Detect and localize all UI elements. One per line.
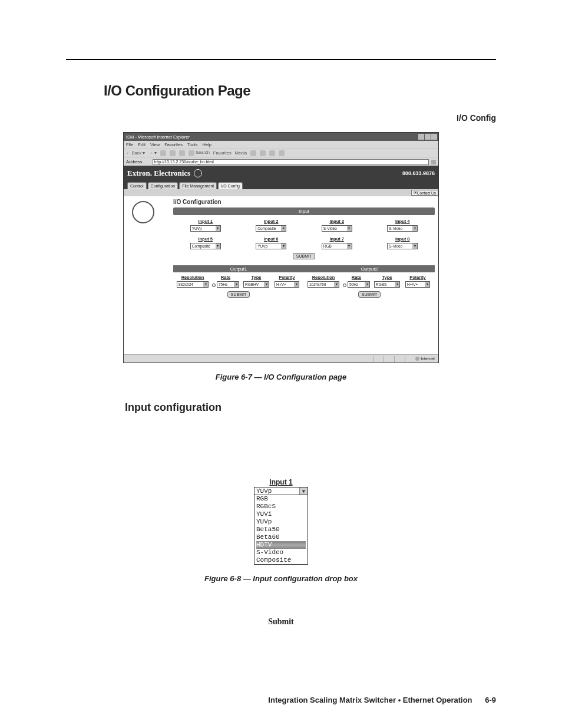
input-label: Input 3 <box>309 219 365 224</box>
home-icon[interactable] <box>179 150 185 156</box>
menu-item[interactable]: Help <box>203 142 211 147</box>
input-select[interactable]: Composite▾ <box>256 225 286 232</box>
input1-select[interactable]: YUVp ▼ <box>254 487 308 495</box>
input-cell: Input 5Composite▾ <box>178 236 233 249</box>
submit-out2-button[interactable]: SUBMIT <box>358 291 381 298</box>
polarity-label: Polarity <box>404 275 431 280</box>
figure-6-7-caption: Figure 6-7 — I/O Configuration page <box>66 373 496 381</box>
dropdown-option[interactable]: HDTV <box>256 541 306 549</box>
dropdown-option[interactable]: Beta60 <box>256 533 306 541</box>
select-value: YUVp <box>256 487 272 495</box>
input-label: Input 5 <box>178 236 233 242</box>
tab-file-management[interactable]: File Management <box>179 182 217 189</box>
dropdown-option[interactable]: RGBcS <box>256 503 306 510</box>
favorites-button[interactable]: Favorites <box>213 150 232 156</box>
mail-icon[interactable] <box>260 150 266 156</box>
menu-item[interactable]: View <box>150 142 160 147</box>
close-icon[interactable] <box>431 134 437 140</box>
stop-icon[interactable] <box>160 150 166 156</box>
phone-number: 800.633.9876 <box>402 170 435 176</box>
menu-item[interactable]: File <box>126 142 133 147</box>
out1-resolution-select[interactable]: 832x624▾ <box>177 281 209 288</box>
refresh-icon[interactable] <box>170 150 176 156</box>
ie-toolbar: ← Back ▾ → ▾ Search Favorites Media <box>124 148 438 157</box>
dropdown-option[interactable]: Composite <box>256 556 306 564</box>
tabs-bar: Control Configuration File Management I/… <box>124 181 438 189</box>
out2-polarity-select[interactable]: H+/V+▾ <box>405 281 430 288</box>
panel-title: I/O Configuration <box>173 199 435 205</box>
out1-type-select[interactable]: RGBHV▾ <box>243 281 269 288</box>
minimize-icon[interactable] <box>418 134 424 140</box>
input-select[interactable]: S-Video▾ <box>322 225 352 232</box>
go-dropdown-icon[interactable] <box>431 160 436 164</box>
dropdown-option-list: RGBRGBcSYUViYUVpBeta50Beta60HDTVS-VideoC… <box>254 495 308 565</box>
dropdown-arrow-icon[interactable]: ▼ <box>299 487 308 495</box>
rate-label: Rate <box>212 275 239 280</box>
internet-icon <box>415 357 419 361</box>
out1-polarity-select[interactable]: H-/V+▾ <box>275 281 299 288</box>
output1-header: Output1 <box>173 265 304 272</box>
menu-item[interactable]: Edit <box>138 142 146 147</box>
page-footer: Integration Scaling Matrix Switcher • Et… <box>268 696 496 704</box>
status-bar: Internet <box>124 354 438 363</box>
input-label: Input 2 <box>244 219 299 224</box>
page-heading: I/O Configuration Page <box>104 83 496 99</box>
media-button[interactable]: Media <box>235 150 247 156</box>
input-cell: Input 4S-Video▾ <box>375 219 431 232</box>
window-controls[interactable] <box>418 134 437 140</box>
tab-io-config[interactable]: I/O Config <box>218 182 243 189</box>
search-button[interactable]: Search <box>189 150 210 156</box>
sub-bar: ✉ Contact Us <box>124 189 438 196</box>
figure-6-8-caption: Figure 6-8 — Input configuration drop bo… <box>66 574 496 583</box>
input-cell: Input 1YUVp▾ <box>178 219 233 232</box>
page-icon <box>145 159 150 164</box>
input-cell: Input 8S-Video▾ <box>375 236 431 249</box>
edit-icon[interactable] <box>279 150 285 156</box>
ie-menubar: File Edit View Favorites Tools Help <box>124 141 438 148</box>
input-select[interactable]: YUVp▾ <box>190 225 221 232</box>
back-button[interactable]: ← Back ▾ <box>126 150 145 156</box>
history-icon[interactable] <box>250 150 256 156</box>
dropdown-option[interactable]: YUVi <box>256 510 306 518</box>
print-icon[interactable] <box>269 150 275 156</box>
footer-text: Integration Scaling Matrix Switcher • Et… <box>268 696 472 704</box>
out2-rate-select[interactable]: 50Hz▾ <box>348 281 370 288</box>
input1-label: Input 1 <box>254 479 308 486</box>
rate-label: Rate <box>343 275 370 280</box>
brand-bar: Extron. Electronics 800.633.9876 <box>124 166 438 181</box>
figure-6-8-dropdown: Input 1 YUVp ▼ RGBRGBcSYUViYUVpBeta50Bet… <box>254 479 308 565</box>
submit-inputs-button[interactable]: SUBMIT <box>293 253 315 259</box>
input-cell: Input 3S-Video▾ <box>309 219 365 232</box>
input-label: Input 8 <box>375 236 431 242</box>
input-select[interactable]: Composite▾ <box>190 243 221 249</box>
menu-item[interactable]: Favorites <box>164 142 183 147</box>
out2-type-select[interactable]: RGBS▾ <box>374 281 400 288</box>
input-select[interactable]: YUVp▾ <box>256 243 286 249</box>
menu-item[interactable]: Tools <box>187 142 198 147</box>
tab-label: I/O Config <box>66 113 496 123</box>
out1-rate-select[interactable]: 75Hz▾ <box>217 281 239 288</box>
dropdown-option[interactable]: YUVp <box>256 518 306 526</box>
type-label: Type <box>243 275 270 280</box>
input-section-header: Input <box>173 207 435 215</box>
tab-configuration[interactable]: Configuration <box>148 182 178 189</box>
forward-button[interactable]: → ▾ <box>148 150 157 156</box>
input-select[interactable]: S-Video▾ <box>387 225 418 232</box>
subheading-input-config: Input configuration <box>125 401 496 414</box>
submit-out1-button[interactable]: SUBMIT <box>227 291 250 298</box>
input-select[interactable]: RGB▾ <box>322 243 352 249</box>
input-cell: Input 7RGB▾ <box>309 236 365 249</box>
dropdown-option[interactable]: RGB <box>256 495 306 503</box>
out2-resolution-select[interactable]: 1024x768▾ <box>308 281 339 288</box>
tab-control[interactable]: Control <box>127 182 147 189</box>
maximize-icon[interactable] <box>425 134 431 140</box>
rate-radio-icon[interactable] <box>212 284 216 287</box>
dropdown-option[interactable]: Beta50 <box>256 526 306 533</box>
rate-radio-icon[interactable] <box>343 284 346 287</box>
dropdown-option[interactable]: S-Video <box>256 549 306 556</box>
address-input[interactable]: http://10.13.2.236/norbe_bn.html <box>153 159 429 165</box>
input-cell: Input 2Composite▾ <box>244 219 299 232</box>
ie-titlebar: ISM - Microsoft Internet Explorer <box>124 133 438 141</box>
input-select[interactable]: S-Video▾ <box>387 243 418 249</box>
contact-us-button[interactable]: ✉ Contact Us <box>411 190 438 196</box>
